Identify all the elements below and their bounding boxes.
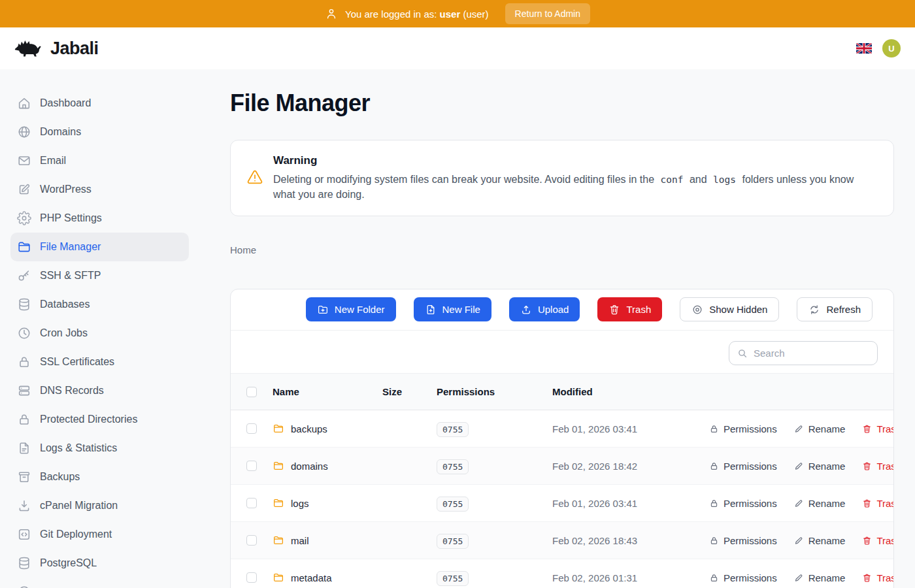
folder-icon xyxy=(17,240,31,254)
sidebar-item-cpanel-migration[interactable]: cPanel Migration xyxy=(10,491,189,520)
table-row: backups 0755 Feb 01, 2026 03:41 Permissi… xyxy=(231,410,893,448)
server-icon xyxy=(17,384,31,398)
folder-icon xyxy=(273,534,284,546)
boar-logo-icon xyxy=(14,38,44,59)
row-checkbox[interactable] xyxy=(246,461,257,471)
user-avatar[interactable]: U xyxy=(882,39,901,57)
permissions-action[interactable]: Permissions xyxy=(709,423,777,434)
download-icon xyxy=(17,498,31,513)
refresh-button[interactable]: Refresh xyxy=(797,297,873,321)
file-name[interactable]: metadata xyxy=(291,572,332,583)
select-all-checkbox[interactable] xyxy=(246,387,257,397)
upload-button[interactable]: Upload xyxy=(509,297,580,321)
sidebar-item-cron-jobs[interactable]: Cron Jobs xyxy=(10,319,189,348)
permissions-action[interactable]: Permissions xyxy=(709,461,777,472)
code-logs: logs xyxy=(710,174,739,185)
person-icon xyxy=(325,7,338,20)
permissions-action[interactable]: Permissions xyxy=(709,535,777,546)
sidebar-item-wordpress[interactable]: WordPress xyxy=(10,175,189,204)
rename-action[interactable]: Rename xyxy=(794,498,846,509)
rename-action[interactable]: Rename xyxy=(794,572,846,583)
trash-action[interactable]: Trash xyxy=(862,461,894,472)
warning-title: Warning xyxy=(273,154,878,167)
permissions-action[interactable]: Permissions xyxy=(709,498,777,509)
file-toolbar: New Folder New File Upload Trash Show Hi… xyxy=(231,289,893,331)
trash-action[interactable]: Trash xyxy=(862,572,894,583)
modified-date: Feb 02, 2026 18:43 xyxy=(552,535,709,546)
show-hidden-button[interactable]: Show Hidden xyxy=(680,297,779,321)
table-row: logs 0755 Feb 01, 2026 03:41 Permissions… xyxy=(231,485,893,522)
modified-date: Feb 02, 2026 18:42 xyxy=(552,461,709,472)
lock-icon xyxy=(709,498,719,508)
key-icon xyxy=(17,269,31,283)
trash-action[interactable]: Trash xyxy=(862,535,894,546)
warning-triangle-icon xyxy=(246,169,263,186)
file-name[interactable]: logs xyxy=(291,498,309,509)
breadcrumb[interactable]: Home xyxy=(230,244,894,255)
brand[interactable]: Jabali xyxy=(14,38,99,59)
home-icon xyxy=(17,96,31,110)
folder-icon xyxy=(273,572,284,583)
table-header: Name Size Permissions Modified xyxy=(231,374,893,410)
database-icon xyxy=(17,297,31,312)
trash-icon xyxy=(862,461,872,471)
trash-action[interactable]: Trash xyxy=(862,498,894,509)
trash-action[interactable]: Trash xyxy=(862,423,894,434)
sidebar-item-dns-records[interactable]: DNS Records xyxy=(10,376,189,405)
search-input[interactable] xyxy=(754,348,869,359)
new-file-button[interactable]: New File xyxy=(414,297,491,321)
lock-icon xyxy=(709,573,719,583)
sidebar-item-ssh-sftp[interactable]: SSH & SFTP xyxy=(10,261,189,290)
trash-icon xyxy=(862,498,872,508)
file-name[interactable]: mail xyxy=(291,535,309,546)
lock-icon xyxy=(17,412,31,427)
row-checkbox[interactable] xyxy=(246,423,257,434)
pencil-icon xyxy=(794,573,804,583)
sidebar-item-databases[interactable]: Databases xyxy=(10,290,189,319)
column-name: Name xyxy=(273,386,382,397)
sidebar-item-email[interactable]: Email xyxy=(10,146,189,175)
file-manager-card: New Folder New File Upload Trash Show Hi… xyxy=(230,289,894,588)
sidebar-item-dashboard[interactable]: Dashboard xyxy=(10,89,189,118)
sidebar-item-ssl-certificates[interactable]: SSL Certificates xyxy=(10,348,189,376)
sidebar-item-git-deployment[interactable]: Git Deployment xyxy=(10,520,189,549)
lock-icon xyxy=(709,424,719,434)
permissions-badge: 0755 xyxy=(437,534,469,549)
folder-icon xyxy=(273,460,284,472)
table-row: domains 0755 Feb 02, 2026 18:42 Permissi… xyxy=(231,448,893,485)
rename-action[interactable]: Rename xyxy=(794,423,846,434)
modified-date: Feb 01, 2026 03:41 xyxy=(552,423,709,434)
row-checkbox[interactable] xyxy=(246,498,257,508)
rename-action[interactable]: Rename xyxy=(794,461,846,472)
row-checkbox[interactable] xyxy=(246,572,257,583)
sidebar-item-partial[interactable] xyxy=(10,578,189,588)
sidebar-item-logs-statistics[interactable]: Logs & Statistics xyxy=(10,434,189,463)
permissions-action[interactable]: Permissions xyxy=(709,572,777,583)
banner-username: user xyxy=(440,8,461,20)
table-row: metadata 0755 Feb 02, 2026 01:31 Permiss… xyxy=(231,559,893,588)
file-text-icon xyxy=(17,441,31,455)
sidebar-item-domains[interactable]: Domains xyxy=(10,118,189,146)
rename-action[interactable]: Rename xyxy=(794,535,846,546)
return-to-admin-button[interactable]: Return to Admin xyxy=(505,3,590,24)
sidebar-item-php-settings[interactable]: PHP Settings xyxy=(10,204,189,233)
warning-alert: Warning Deleting or modifying system fil… xyxy=(230,140,894,216)
sidebar-item-file-manager[interactable]: File Manager xyxy=(10,233,189,261)
main-content: File Manager Warning Deleting or modifyi… xyxy=(199,69,915,588)
new-folder-button[interactable]: New Folder xyxy=(306,297,396,321)
trash-button[interactable]: Trash xyxy=(597,297,662,321)
sidebar-item-protected-directories[interactable]: Protected Directories xyxy=(10,405,189,434)
sidebar-item-backups[interactable]: Backups xyxy=(10,463,189,491)
pencil-icon xyxy=(794,498,804,508)
file-name[interactable]: domains xyxy=(291,461,328,472)
file-name[interactable]: backups xyxy=(291,423,327,434)
uk-flag-icon[interactable] xyxy=(856,43,872,54)
row-checkbox[interactable] xyxy=(246,535,257,546)
file-plus-icon xyxy=(425,304,437,316)
app-header: Jabali U xyxy=(0,27,915,69)
permissions-badge: 0755 xyxy=(437,497,469,512)
gear-icon xyxy=(17,211,31,225)
globe-icon xyxy=(17,125,31,139)
column-modified: Modified xyxy=(552,386,709,397)
sidebar-item-postgresql[interactable]: PostgreSQL xyxy=(10,549,189,578)
